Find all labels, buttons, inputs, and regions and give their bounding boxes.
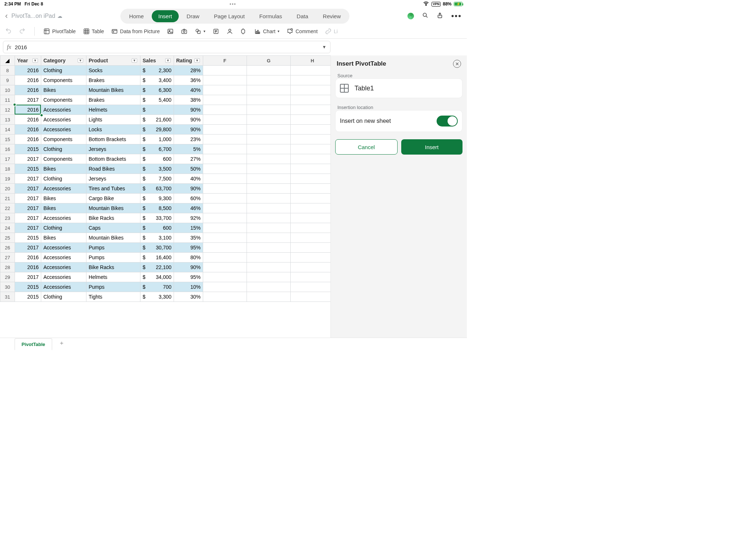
pictures-button[interactable]	[167, 28, 174, 35]
cell-category[interactable]: Accessories	[41, 243, 86, 253]
cell-rating[interactable]: 90%	[174, 262, 203, 272]
cell-year[interactable]: 2017	[15, 272, 41, 282]
close-icon[interactable]: ✕	[453, 60, 461, 68]
cell-empty[interactable]	[291, 105, 331, 115]
cell-empty[interactable]	[203, 184, 247, 194]
cell-empty[interactable]	[247, 115, 291, 125]
cell-product[interactable]: Bottom Brackets	[86, 135, 140, 144]
select-all-corner[interactable]: ◢	[0, 56, 15, 66]
table-row[interactable]: 252015BikesMountain Bikes$3,10035%	[0, 233, 331, 243]
table-row[interactable]: 192017ClothingJerseys$7,50040%	[0, 174, 331, 184]
cell-sales[interactable]: $9,300	[140, 194, 174, 203]
cell-empty[interactable]	[247, 174, 291, 184]
table-row[interactable]: 132016AccessoriesLights$21,60090%	[0, 115, 331, 125]
cell-empty[interactable]	[247, 272, 291, 282]
cell-category[interactable]: Accessories	[41, 282, 86, 292]
source-card[interactable]: Table1	[335, 78, 462, 98]
column-header-product[interactable]: Product▼	[86, 56, 140, 66]
cell-sales[interactable]: $600	[140, 223, 174, 233]
cell-sales[interactable]: $1,000	[140, 135, 174, 144]
cell-product[interactable]: Jerseys	[86, 174, 140, 184]
cell-product[interactable]: Mountain Bikes	[86, 85, 140, 95]
cell-category[interactable]: Components	[41, 95, 86, 105]
cell-empty[interactable]	[203, 223, 247, 233]
cell-empty[interactable]	[203, 115, 247, 125]
cell-rating[interactable]: 10%	[174, 282, 203, 292]
cell-year[interactable]: 2015	[15, 164, 41, 174]
cell-rating[interactable]: 40%	[174, 174, 203, 184]
row-header[interactable]: 24	[0, 223, 15, 233]
cell-empty[interactable]	[247, 75, 291, 85]
row-header[interactable]: 21	[0, 194, 15, 203]
formula-bar[interactable]: fx 2016 ▼	[3, 41, 330, 53]
cell-sales[interactable]: $34,000	[140, 272, 174, 282]
cell-empty[interactable]	[247, 154, 291, 164]
people-icon[interactable]	[227, 28, 233, 35]
row-header[interactable]: 16	[0, 144, 15, 154]
cell-category[interactable]: Bikes	[41, 85, 86, 95]
cell-year[interactable]: 2017	[15, 174, 41, 184]
cell-rating[interactable]: 40%	[174, 85, 203, 95]
cell-empty[interactable]	[291, 272, 331, 282]
cell-product[interactable]: Mountain Bikes	[86, 233, 140, 243]
cell-category[interactable]: Clothing	[41, 66, 86, 75]
cell-category[interactable]: Bikes	[41, 194, 86, 203]
row-header[interactable]: 18	[0, 164, 15, 174]
cell-empty[interactable]	[247, 262, 291, 272]
row-header[interactable]: 8	[0, 66, 15, 75]
cell-sales[interactable]: $3,100	[140, 233, 174, 243]
cell-product[interactable]: Socks	[86, 66, 140, 75]
cell-category[interactable]: Clothing	[41, 174, 86, 184]
cell-year[interactable]: 2016	[15, 135, 41, 144]
row-header[interactable]: 30	[0, 282, 15, 292]
cell-empty[interactable]	[291, 292, 331, 302]
cell-empty[interactable]	[291, 174, 331, 184]
cell-empty[interactable]	[247, 213, 291, 223]
cell-product[interactable]: Bike Racks	[86, 262, 140, 272]
cloud-sync-icon[interactable]: ☁︎	[57, 13, 62, 19]
cancel-button[interactable]: Cancel	[335, 139, 398, 155]
cell-rating[interactable]: 60%	[174, 194, 203, 203]
cell-sales[interactable]: $29,800	[140, 125, 174, 135]
cell-product[interactable]: Cargo Bike	[86, 194, 140, 203]
link-button[interactable]: Li	[325, 28, 338, 35]
cell-rating[interactable]: 23%	[174, 135, 203, 144]
table-row[interactable]: 212017BikesCargo Bike$9,30060%	[0, 194, 331, 203]
cell-product[interactable]: Tires and Tubes	[86, 184, 140, 194]
cell-category[interactable]: Accessories	[41, 253, 86, 262]
cell-empty[interactable]	[291, 154, 331, 164]
ribbon-tab-page-layout[interactable]: Page Layout	[208, 10, 251, 22]
cell-empty[interactable]	[247, 66, 291, 75]
cell-sales[interactable]: $22,100	[140, 262, 174, 272]
cell-empty[interactable]	[291, 253, 331, 262]
cell-year[interactable]: 2017	[15, 213, 41, 223]
cell-year[interactable]: 2017	[15, 243, 41, 253]
cell-rating[interactable]: 28%	[174, 66, 203, 75]
cell-sales[interactable]: $3,400	[140, 75, 174, 85]
table-row[interactable]: 122016AccessoriesHelmets$90%	[0, 105, 331, 115]
cell-sales[interactable]: $30,700	[140, 243, 174, 253]
comment-button[interactable]: Comment	[287, 28, 318, 35]
table-row[interactable]: 152016ComponentsBottom Brackets$1,00023%	[0, 135, 331, 144]
cell-empty[interactable]	[247, 203, 291, 213]
column-header-category[interactable]: Category▼	[41, 56, 86, 66]
cell-empty[interactable]	[203, 75, 247, 85]
cell-category[interactable]: Components	[41, 135, 86, 144]
cell-sales[interactable]: $3,300	[140, 292, 174, 302]
row-header[interactable]: 20	[0, 184, 15, 194]
cell-empty[interactable]	[291, 85, 331, 95]
row-header[interactable]: 25	[0, 233, 15, 243]
row-header[interactable]: 10	[0, 85, 15, 95]
table-row[interactable]: 182015BikesRoad Bikes$3,50050%	[0, 164, 331, 174]
cell-empty[interactable]	[291, 203, 331, 213]
cell-year[interactable]: 2016	[15, 115, 41, 125]
cell-rating[interactable]: 90%	[174, 125, 203, 135]
spreadsheet-grid[interactable]: ◢ Year▼Category▼Product▼Sales▼Rating▼FGH…	[0, 55, 330, 338]
pivot-table-button[interactable]: PivotTable	[43, 28, 76, 35]
table-row[interactable]: 302015AccessoriesPumps$70010%	[0, 282, 331, 292]
multitask-dots[interactable]: •••	[43, 1, 423, 7]
cell-category[interactable]: Accessories	[41, 184, 86, 194]
row-header[interactable]: 19	[0, 174, 15, 184]
ribbon-tab-review[interactable]: Review	[316, 10, 347, 22]
cell-sales[interactable]: $2,300	[140, 66, 174, 75]
